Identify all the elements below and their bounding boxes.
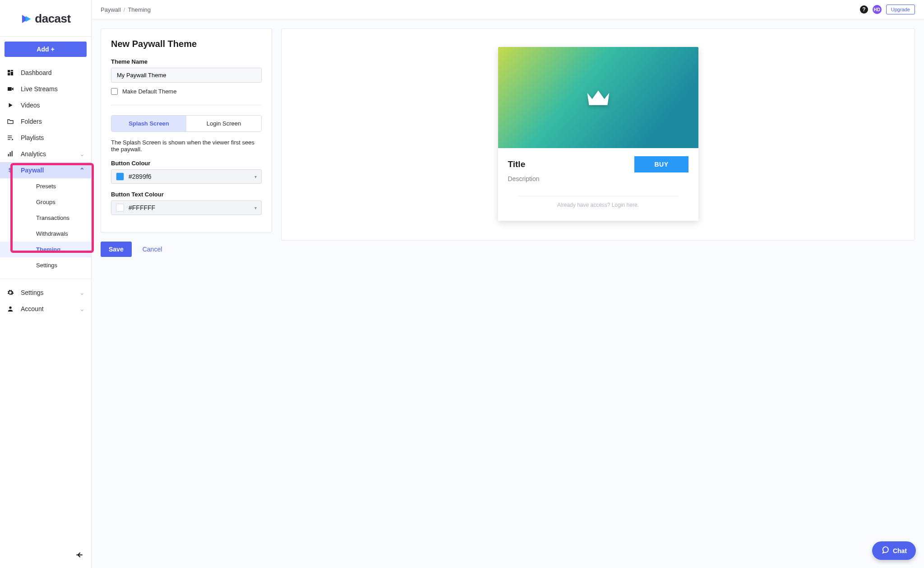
svg-rect-2 (11, 72, 13, 75)
nav-separator (0, 279, 91, 279)
add-button[interactable]: Add + (5, 42, 87, 57)
svg-rect-9 (12, 151, 13, 156)
sidebar-sub-settings[interactable]: Settings (0, 257, 91, 273)
button-text-colour-select[interactable]: #FFFFFF ▾ (111, 200, 262, 215)
svg-text:$: $ (9, 167, 12, 173)
chat-icon (881, 546, 889, 555)
dollar-icon: $ (6, 167, 14, 174)
buy-button[interactable]: BUY (634, 156, 688, 172)
cancel-button[interactable]: Cancel (143, 246, 162, 253)
paywall-description: Description (508, 175, 688, 182)
tab-splash-screen[interactable]: Splash Screen (111, 116, 186, 131)
nav-label: Videos (21, 102, 40, 109)
person-icon (6, 305, 14, 312)
sidebar-item-dashboard[interactable]: Dashboard (0, 65, 91, 81)
theme-name-input[interactable] (111, 68, 262, 83)
card-title: New Paywall Theme (111, 39, 262, 49)
colour-swatch-icon (116, 204, 124, 212)
tab-login-screen[interactable]: Login Screen (186, 116, 261, 131)
button-colour-label: Button Colour (111, 160, 262, 167)
nav-label: Settings (21, 289, 44, 296)
svg-rect-6 (8, 139, 10, 140)
nav-label: Analytics (21, 150, 46, 158)
sidebar-item-paywall[interactable]: $ Paywall ⌃ (0, 162, 91, 178)
make-default-check-input[interactable] (111, 88, 118, 95)
sidebar-item-account[interactable]: Account ⌄ (0, 301, 91, 317)
collapse-sidebar-button[interactable] (75, 550, 84, 561)
screen-tabs: Splash Screen Login Screen (111, 115, 262, 132)
paywall-hero (498, 47, 698, 148)
chat-widget[interactable]: Chat (872, 541, 916, 560)
upgrade-button[interactable]: Upgrade (886, 5, 915, 14)
hd-badge[interactable]: HD (873, 5, 882, 14)
paywall-login-hint[interactable]: Already have access? Login here. (518, 196, 679, 216)
logo[interactable]: dacast (0, 0, 91, 37)
svg-rect-5 (8, 137, 12, 138)
crown-icon (586, 88, 610, 107)
sidebar-sub-groups[interactable]: Groups (0, 194, 91, 210)
brand-name: dacast (35, 12, 70, 26)
sidebar-item-settings[interactable]: Settings ⌄ (0, 284, 91, 301)
help-icon[interactable]: ? (860, 5, 868, 14)
button-colour-value: #2899f6 (129, 173, 152, 180)
chevron-down-icon: ⌄ (79, 289, 85, 296)
svg-rect-1 (11, 70, 13, 71)
button-text-colour-value: #FFFFFF (129, 204, 155, 211)
chevron-down-icon: ▾ (254, 205, 257, 210)
form-actions: Save Cancel (101, 233, 272, 257)
paywall-title: Title (508, 159, 635, 169)
analytics-icon (6, 150, 14, 158)
svg-rect-3 (8, 73, 10, 75)
nav-label: Account (21, 305, 44, 312)
brand-mark-icon (20, 13, 32, 25)
svg-rect-0 (8, 70, 10, 72)
chevron-down-icon: ⌄ (79, 305, 85, 312)
nav-label: Dashboard (21, 69, 52, 76)
theme-name-label: Theme Name (111, 58, 262, 65)
chat-label: Chat (893, 547, 907, 554)
sidebar-item-playlists[interactable]: Playlists (0, 130, 91, 146)
theme-form-card: New Paywall Theme Theme Name Make Defaul… (101, 28, 272, 233)
chevron-down-icon: ⌄ (79, 150, 85, 158)
nav-label: Playlists (21, 134, 44, 141)
save-button[interactable]: Save (101, 242, 132, 257)
svg-point-11 (9, 306, 11, 308)
breadcrumb-leaf: Theming (128, 6, 151, 13)
svg-rect-4 (8, 135, 12, 136)
camera-icon (6, 85, 14, 93)
main-area: Paywall / Theming ? HD Upgrade New Paywa… (92, 0, 924, 568)
sidebar-item-videos[interactable]: Videos (0, 97, 91, 113)
button-text-colour-label: Button Text Colour (111, 191, 262, 198)
chevron-up-icon: ⌃ (79, 167, 85, 174)
splash-description: The Splash Screen is shown when the view… (111, 139, 262, 153)
button-colour-select[interactable]: #2899f6 ▾ (111, 169, 262, 184)
svg-rect-8 (10, 152, 11, 156)
folder-icon (6, 118, 14, 125)
primary-nav: Dashboard Live Streams Videos Folders (0, 62, 91, 317)
nav-label: Live Streams (21, 85, 58, 93)
dashboard-icon (6, 69, 14, 76)
playlist-icon (6, 134, 14, 141)
make-default-checkbox[interactable]: Make Default Theme (111, 88, 262, 95)
sidebar-item-analytics[interactable]: Analytics ⌄ (0, 146, 91, 162)
preview-card: Title BUY Description Already have acces… (281, 28, 915, 241)
play-icon (6, 102, 14, 108)
svg-rect-7 (8, 154, 9, 156)
nav-label: Paywall (21, 167, 44, 174)
make-default-label: Make Default Theme (122, 88, 176, 95)
sidebar-item-folders[interactable]: Folders (0, 113, 91, 130)
sidebar-sub-presets[interactable]: Presets (0, 178, 91, 194)
breadcrumb: Paywall / Theming (101, 6, 151, 13)
sidebar-item-live-streams[interactable]: Live Streams (0, 81, 91, 97)
sidebar: dacast Add + Dashboard Live Streams (0, 0, 92, 568)
paywall-preview: Title BUY Description Already have acces… (498, 47, 698, 221)
sidebar-sub-theming[interactable]: Theming (0, 242, 91, 257)
sidebar-sub-transactions[interactable]: Transactions (0, 210, 91, 226)
breadcrumb-separator: / (124, 6, 125, 13)
chevron-down-icon: ▾ (254, 174, 257, 179)
sidebar-sub-withdrawals[interactable]: Withdrawals (0, 226, 91, 242)
paywall-subnav: Presets Groups Transactions Withdrawals … (0, 178, 91, 273)
topbar: Paywall / Theming ? HD Upgrade (92, 0, 924, 19)
breadcrumb-root[interactable]: Paywall (101, 6, 121, 13)
nav-label: Folders (21, 118, 42, 125)
